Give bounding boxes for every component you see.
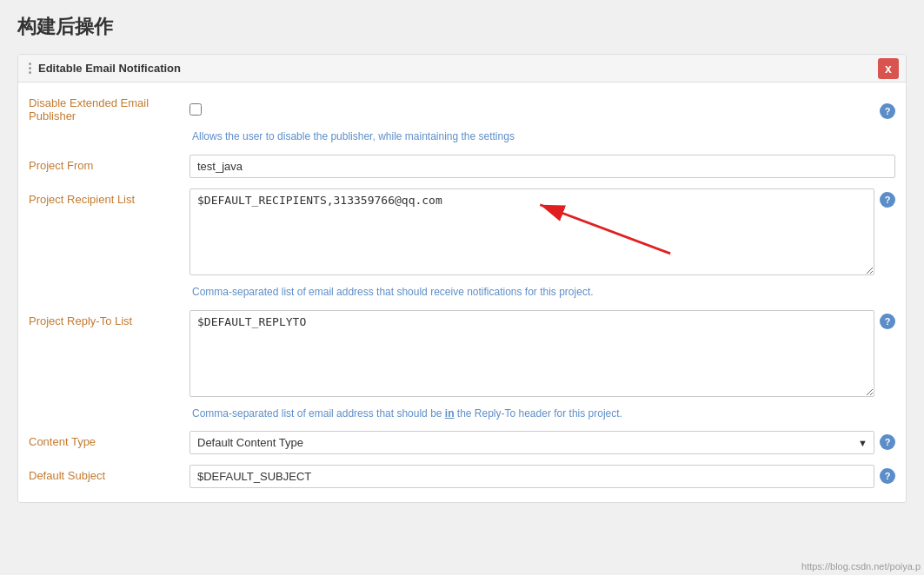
project-replyto-hint-text: Comma-separated list of email address th… bbox=[192, 406, 622, 421]
content-type-row: Content Type Default Content Type HTML P… bbox=[18, 426, 906, 459]
project-recipient-hint-row: Comma-separated list of email address th… bbox=[18, 283, 906, 305]
project-replyto-help-icon[interactable]: ? bbox=[880, 314, 895, 329]
page-title: 构建后操作 bbox=[17, 14, 907, 40]
project-from-row: Project From bbox=[18, 149, 906, 183]
panel-title: Editable Email Notification bbox=[38, 62, 181, 75]
panel-header: Editable Email Notification x bbox=[18, 55, 906, 83]
disable-label: Disable Extended Email Publisher bbox=[29, 96, 189, 122]
project-from-label: Project From bbox=[29, 155, 189, 172]
project-recipient-label: Project Recipient List bbox=[29, 188, 189, 206]
project-replyto-control: $DEFAULT_REPLYTO bbox=[189, 310, 874, 400]
project-replyto-textarea[interactable]: $DEFAULT_REPLYTO bbox=[189, 310, 874, 397]
email-notification-panel: Editable Email Notification x Disable Ex… bbox=[17, 54, 907, 503]
project-replyto-label: Project Reply-To List bbox=[29, 310, 189, 327]
disable-control-area bbox=[189, 103, 874, 116]
content-type-help-icon[interactable]: ? bbox=[880, 434, 895, 450]
project-from-input[interactable] bbox=[189, 155, 895, 178]
project-recipient-row: Project Recipient List $DEFAULT_RECIPIEN… bbox=[18, 183, 906, 283]
project-recipient-hint-text: Comma-separated list of email address th… bbox=[192, 285, 594, 300]
disable-checkbox[interactable] bbox=[189, 103, 202, 116]
disable-hint-text: Allows the user to disable the publisher… bbox=[192, 129, 515, 144]
project-replyto-hint-row: Comma-separated list of email address th… bbox=[18, 405, 906, 426]
default-subject-row: Default Subject ? bbox=[18, 459, 906, 493]
default-subject-input[interactable] bbox=[189, 465, 874, 488]
default-subject-label: Default Subject bbox=[29, 465, 189, 482]
content-type-label: Content Type bbox=[29, 431, 189, 448]
project-replyto-row: Project Reply-To List $DEFAULT_REPLYTO ? bbox=[18, 305, 906, 405]
default-subject-control bbox=[189, 465, 874, 488]
disable-hint-row: Allows the user to disable the publisher… bbox=[18, 128, 906, 149]
project-recipient-textarea[interactable]: $DEFAULT_RECIPIENTS,313359766@qq.com bbox=[189, 188, 874, 275]
hint-bold: in bbox=[445, 407, 455, 420]
disable-help-icon[interactable]: ? bbox=[880, 103, 895, 119]
drag-handle-icon bbox=[29, 63, 31, 74]
content-type-select[interactable]: Default Content Type HTML Plain Text Bot… bbox=[189, 431, 874, 454]
panel-body: Disable Extended Email Publisher ? Allow… bbox=[18, 83, 906, 502]
content-type-control: Default Content Type HTML Plain Text Bot… bbox=[189, 431, 874, 454]
default-subject-help-icon[interactable]: ? bbox=[880, 468, 895, 484]
project-from-control bbox=[189, 155, 895, 178]
close-button[interactable]: x bbox=[878, 58, 899, 79]
project-recipient-help-icon[interactable]: ? bbox=[880, 192, 895, 208]
disable-row: Disable Extended Email Publisher ? bbox=[18, 91, 906, 128]
project-recipient-control: $DEFAULT_RECIPIENTS,313359766@qq.com bbox=[189, 188, 874, 278]
